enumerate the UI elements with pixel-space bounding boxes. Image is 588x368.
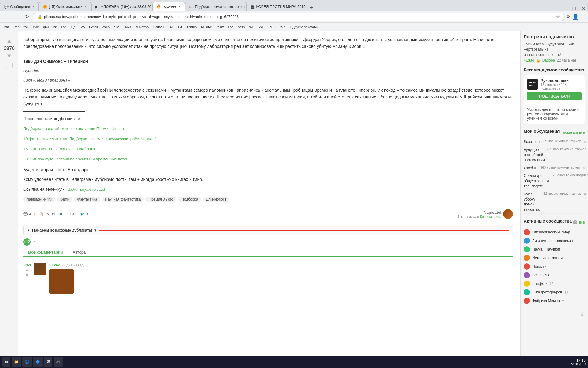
bookmark-gmail[interactable]: Gmail [87, 25, 100, 29]
active-community-2[interactable]: Наука | Научпоп [524, 245, 585, 254]
more-books-link-2[interactable]: 10 фантастических книг. Подборка по теме… [23, 136, 156, 141]
new-tab-button[interactable]: + [307, 5, 316, 11]
discussion-close-0[interactable]: ✕ [583, 139, 587, 144]
comment-up-button[interactable]: ▲ [25, 267, 29, 272]
bookmark-kar[interactable]: Кар [59, 25, 69, 29]
comment-down-button[interactable]: ▼ [25, 273, 29, 278]
profile-button[interactable]: 👤 [572, 13, 579, 20]
tab-odnoklassniki[interactable]: 🔶 (15) Одноклассники ✕ [39, 2, 91, 11]
tab-messages[interactable]: 💬 Сообщения ✕ [0, 2, 39, 11]
tab-korea[interactable]: 🎬 КОРЕЯ ПРОТИВ МИРА 2019: 1/... ✕ [246, 2, 307, 11]
tab-pikabu[interactable]: 📖 Подборка романов, которые н... ✕ [185, 2, 246, 11]
comment-author[interactable]: V1vek [49, 263, 60, 267]
bookmark-bash[interactable]: bash [236, 25, 247, 29]
active-community-5[interactable]: Всё о кино [524, 271, 585, 279]
bookmark-metro[interactable]: М метро [134, 25, 150, 29]
vote-up-button[interactable]: ▲ [6, 37, 12, 44]
tab-close-messages[interactable]: ✕ [32, 5, 35, 9]
bookmark-ym[interactable]: ЯМ [112, 25, 121, 29]
active-community-6[interactable]: Лайфхак †2 [524, 279, 585, 288]
bookmark-pika[interactable]: Пика [122, 25, 133, 29]
tag-fantastika[interactable]: Фантастика [74, 197, 100, 202]
active-community-1[interactable]: Лига путешественников [524, 236, 585, 245]
community-link[interactable]: Книжная лига [480, 215, 501, 218]
bookmark-gos[interactable]: Гос [226, 25, 235, 29]
extensions-button[interactable]: ⚙ [567, 14, 570, 19]
vote-down-button[interactable]: ▼ [6, 52, 12, 59]
comments-meta[interactable]: 💬 411 [23, 212, 35, 216]
discussion-link-3[interactable]: О культуре в общественном транспорте [524, 173, 549, 189]
bookmark-tor[interactable]: tor [13, 25, 21, 29]
tab-youtube[interactable]: ▶ «ПОДЪЁМ (16+)» за 28.03.2019... ✕ [91, 2, 153, 11]
bookmark-wh[interactable]: Wh [278, 25, 287, 29]
bookmark-od[interactable]: Од [69, 25, 77, 29]
bookmark-wd[interactable]: WD [257, 25, 266, 29]
bookmark-anidub[interactable]: Anidub [184, 25, 198, 29]
more-books-link-3[interactable]: 16 книг о постапокалипсисе. Подборка [23, 147, 95, 151]
bookmark-wb[interactable]: WB [247, 25, 256, 29]
discussion-close-2[interactable]: ✕ [582, 166, 586, 171]
tab-hot[interactable]: 🔥 Горячее ✕ [153, 2, 185, 11]
active-community-3[interactable]: Истории из жизни [524, 254, 585, 262]
tw-meta[interactable]: 🐦 0 [80, 212, 88, 216]
bookmark-you[interactable]: You [21, 25, 31, 29]
tag-hugo[interactable]: Премия Хьюго [145, 197, 176, 202]
active-communities-help[interactable]: ? [573, 220, 577, 224]
active-community-0[interactable]: Специфический юмор [524, 228, 585, 236]
close-window-button[interactable]: ✕ [579, 6, 588, 11]
bookmark-boe[interactable]: Вое [31, 25, 41, 29]
bookmark-vk[interactable]: вк [51, 25, 58, 29]
bookmark-mail[interactable]: mail [2, 25, 12, 29]
more-books-link-4[interactable]: 20 книг про путешествия во времени и вре… [23, 157, 129, 161]
reload-button[interactable]: ↻ [23, 13, 31, 20]
tag-napisatel[interactable]: Napisatel книги [23, 197, 55, 202]
forward-button[interactable]: → [13, 13, 21, 20]
active-community-7[interactable]: Лига фотографов †1 [524, 288, 585, 297]
active-communities-all[interactable]: все [579, 220, 585, 224]
bookmark-coub[interactable]: сouб [100, 25, 111, 29]
tag-dlinnpost[interactable]: Длиннопост [203, 197, 229, 202]
bookmark-wiki[interactable]: М Вики [199, 25, 214, 29]
vk-meta[interactable]: вк 1 [58, 212, 66, 216]
discussions-show-all[interactable]: показать все [563, 130, 585, 135]
tab-author-comments[interactable]: Автора [68, 248, 91, 257]
active-community-8[interactable]: Фабрика Мемов †1 [524, 297, 585, 305]
duplicates-bar[interactable]: ● Найдены возможные дубликаты ▾ [23, 225, 513, 235]
discussion-link-1[interactable]: Будущее российской проктологии [524, 147, 545, 163]
fb-meta[interactable]: f 32 [70, 212, 76, 216]
bookmark-qiwi[interactable]: qiwi [41, 25, 51, 29]
bookmark-yam2[interactable]: ям [176, 25, 184, 29]
address-box[interactable]: 🔒 pikabu.ru/story/podborka_romanov_kotor… [33, 13, 565, 21]
vote-neutral-button[interactable]: — [6, 63, 13, 68]
tag-nauchnaya[interactable]: Научная фантастика [102, 197, 144, 202]
bookmark-star-button[interactable]: ☆ [556, 14, 560, 20]
tag-podborka[interactable]: Подборка [178, 197, 201, 202]
saves-meta[interactable]: 📋 15199 [39, 212, 55, 216]
tag-knigi[interactable]: Книги [57, 197, 72, 202]
bookmark-others[interactable]: » Другие закладки [288, 25, 320, 29]
bookmark-ros[interactable]: РОС [267, 25, 278, 29]
tab-all-comments[interactable]: Все комментарии [23, 248, 68, 257]
refresh-icon[interactable]: ↻ [33, 240, 36, 244]
back-button[interactable]: ← [2, 13, 11, 20]
portraits-author[interactable]: Badoba [542, 58, 555, 63]
discussion-link-4[interactable]: Как я уборку домой заказывал [524, 192, 541, 212]
discussion-link-0[interactable]: Лохотрон [524, 139, 540, 144]
discussion-link-2[interactable]: Яжебать [524, 166, 538, 171]
tab-close-hot[interactable]: ✕ [178, 5, 181, 9]
bookmark-joy[interactable]: Joy [78, 25, 87, 29]
bookmark-pochta[interactable]: Почта Р [151, 25, 167, 29]
bookmark-relax[interactable]: relax [215, 25, 226, 29]
tab-close-ok[interactable]: ✕ [85, 5, 87, 9]
discussion-close-4[interactable]: ✕ [583, 192, 587, 197]
community-name[interactable]: Рукодельники [541, 78, 582, 83]
menu-button[interactable]: ⋮ [581, 14, 586, 20]
bookmark-ali[interactable]: Ali [168, 25, 175, 29]
subscribe-more-button[interactable]: ... [578, 102, 582, 108]
active-community-4[interactable]: Новости [524, 262, 585, 271]
telegram-link[interactable]: http://t.me/yaNapisatel [65, 187, 105, 192]
subscribe-button[interactable]: ПОДПИСАТЬСЯ [527, 92, 582, 100]
minimize-button[interactable]: — [560, 6, 569, 11]
more-books-link-1[interactable]: Подборка повестей, которые получили Прем… [23, 126, 124, 131]
restore-button[interactable]: ❐ [570, 6, 579, 11]
